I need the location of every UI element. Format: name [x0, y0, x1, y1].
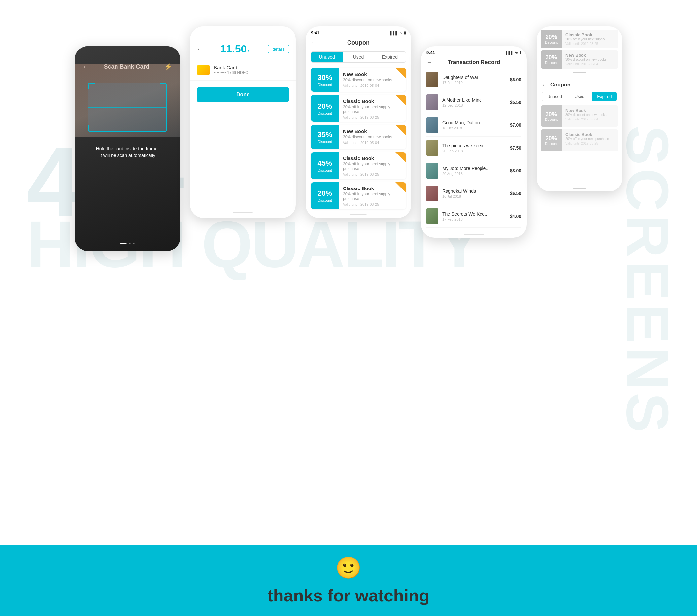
book-cover-image	[426, 117, 438, 133]
coupon-description: 30% discount on new books	[343, 135, 402, 139]
coupon-ribbon	[395, 125, 406, 136]
coupon-item: 20% Discount Classic Book 20% off in you…	[540, 129, 619, 151]
scroll-bar	[350, 214, 367, 215]
book-name: Ragnekai Winds	[442, 189, 506, 194]
amount-currency: s	[248, 48, 251, 54]
corner-tr	[160, 83, 167, 89]
battery-icon: ▮	[404, 31, 406, 35]
card-section: Bank Card •••• •••• 1766 HDFC	[190, 59, 296, 80]
coupon-tab-bar: Unused Used Expired	[311, 52, 406, 63]
transaction-date: 20 Sep 2018	[442, 149, 506, 153]
coupon-description: 20% off in your next supply purchase	[343, 105, 402, 114]
book-cover-image	[426, 186, 438, 201]
coupon-percent: 30%	[317, 73, 332, 82]
coupon-ribbon	[395, 95, 406, 106]
tab-expired[interactable]: Expired	[374, 52, 405, 62]
scroll-indicator	[306, 211, 411, 218]
phone4-header: ← Transaction Record	[421, 57, 527, 68]
coupon-validity: Valid until: 2019-05-04	[565, 118, 615, 121]
back-arrow-icon[interactable]: ←	[426, 59, 432, 66]
battery-icon: ▮	[519, 50, 521, 55]
phone5-header-section: ← Coupon	[537, 75, 622, 90]
book-cover-image	[426, 163, 438, 179]
coupon-validity: Valid until: 2019-03-25	[343, 172, 402, 176]
phone2-header: ← 11.50 s details	[190, 26, 296, 59]
transaction-info: The pieces we keep 20 Sep 2018	[442, 143, 506, 153]
transaction-date: 18 Oct 2018	[442, 126, 506, 130]
tab-unused[interactable]: Unused	[311, 52, 343, 62]
coupon-discount-label: Discount	[318, 199, 332, 202]
phones-container: ← Scan Bank Card ⚡ Hold the card inside …	[0, 0, 697, 264]
coupon-description: 30% discount on new books	[343, 77, 402, 82]
coupon-percent: 20%	[317, 102, 332, 111]
status-bar: 9:41 ▌▌▌ ∿ ▮	[421, 46, 527, 57]
main-area: 40+ HIGH QUALITY SCREENS ← Scan Bank Car…	[0, 0, 697, 545]
signal-icon: ▌▌▌	[390, 31, 398, 35]
card-icon	[197, 65, 210, 75]
tab-unused[interactable]: Unused	[542, 92, 567, 101]
coupon-description: 20% off in your next supply purchase	[343, 162, 402, 171]
status-icons: ▌▌▌ ∿ ▮	[506, 50, 521, 55]
instruction-line2: It will be scan automatically	[96, 152, 159, 159]
coupon-label: Discount	[545, 61, 558, 65]
coupon-discount-badge: 20% Discount	[311, 182, 339, 209]
book-name: The Secrets We Kee...	[442, 211, 506, 217]
coupon-book-title: Classic Book	[343, 186, 402, 191]
coupon-percent: 35%	[317, 130, 332, 139]
transaction-date: 17 Feb 2019	[442, 80, 506, 85]
phone2-inner: ← 11.50 s details Bank Card •••• •••• 17…	[190, 26, 296, 218]
coupon-info: Classic Book 20% off in your next supply…	[562, 30, 619, 48]
coupon-discount-badge: 30% Discount	[540, 50, 562, 69]
coupon-label: Discount	[545, 118, 558, 121]
card-name: Bank Card	[214, 65, 248, 70]
coupon-label: Discount	[545, 41, 558, 44]
transaction-info: My Job: More People... 20 Aug 2018	[442, 166, 506, 176]
coupon-discount-badge: 20% Discount	[311, 95, 339, 122]
coupon-percent: 30%	[545, 54, 557, 61]
details-button[interactable]: details	[268, 45, 289, 53]
transaction-list: Daughters of War 17 Feb 2019 $6.00 A Mot…	[421, 68, 527, 231]
coupon-description: 20% off in your next supply	[565, 37, 615, 41]
transaction-price: $6.50	[510, 191, 521, 196]
status-icons: ▌▌▌ ∿ ▮	[390, 31, 406, 35]
book-name: My Job: More People...	[442, 166, 506, 171]
back-arrow-icon[interactable]: ←	[311, 39, 317, 46]
coupon-discount-label: Discount	[318, 83, 332, 87]
coupon-info: New Book 30% discount on new books Valid…	[339, 68, 406, 92]
instruction-line1: Hold the card inside the frame.	[96, 145, 159, 152]
book-cover-image	[426, 140, 438, 156]
scroll-bar	[233, 211, 253, 212]
status-bar: 9:41 ▌▌▌ ∿ ▮	[306, 26, 411, 36]
table-row: The pieces we keep 20 Sep 2018 $7.50	[426, 137, 521, 159]
back-icon[interactable]: ←	[197, 46, 203, 53]
table-row: The Orphan Sisters 17 Feb $8.50	[426, 228, 521, 231]
coupon-description: 30% discount on new books	[565, 58, 615, 61]
transaction-info: Good Man, Dalton 18 Oct 2018	[442, 120, 506, 130]
tab-used[interactable]: Used	[343, 52, 374, 62]
coupon-book-title: New Book	[565, 108, 615, 113]
table-row: Daughters of War 17 Feb 2019 $6.00	[426, 68, 521, 91]
coupon-book-title: New Book	[343, 71, 402, 77]
phone3-header: ← Coupon	[306, 36, 411, 49]
coupon-item: 20% Discount Classic Book 20% off in you…	[540, 30, 619, 48]
back-arrow-icon[interactable]: ←	[542, 82, 547, 88]
phone-transaction-record: 9:41 ▌▌▌ ∿ ▮ ← Transaction Record	[421, 46, 527, 238]
table-row: The Secrets We Kee... 17 Feb 2018 $4.00	[426, 205, 521, 228]
smiley-emoji: 🙂	[335, 556, 362, 580]
scroll-bar	[464, 234, 484, 235]
tab-expired[interactable]: Expired	[592, 92, 617, 101]
coupon-percent: 30%	[545, 111, 557, 118]
coupon-validity: Valid until: 2019-05-04	[343, 84, 402, 87]
transaction-date: 17 Feb 2018	[442, 217, 506, 221]
coupon-label: Discount	[545, 142, 558, 146]
transaction-title: Transaction Record	[448, 59, 500, 66]
table-row: A Mother Like Mine 12 Dec 2018 $5.50	[426, 91, 521, 114]
coupon-description: 20% off in your next purchase	[565, 137, 615, 141]
done-button[interactable]: Done	[197, 87, 289, 102]
transaction-price: $5.50	[510, 100, 521, 105]
tab-used[interactable]: Used	[567, 92, 592, 101]
phone-payment: ← 11.50 s details Bank Card •••• •••• 17…	[190, 26, 296, 218]
scroll-bar	[573, 72, 586, 73]
coupon-validity: Valid until: 2019-03-25	[565, 142, 615, 145]
coupon-ribbon	[395, 152, 406, 163]
